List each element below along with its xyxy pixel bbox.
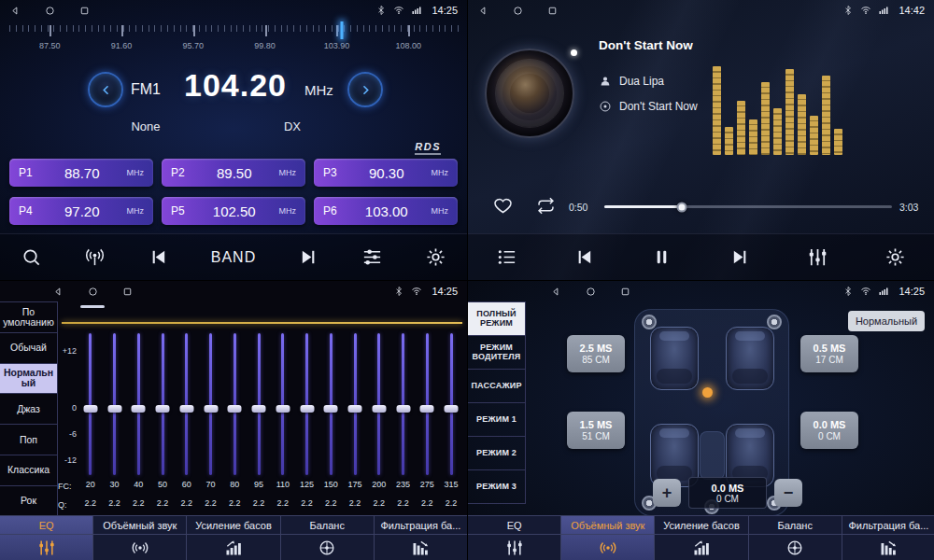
previous-track-icon[interactable] bbox=[573, 246, 595, 268]
slider-knob[interactable] bbox=[420, 405, 434, 413]
eq-band-slider[interactable] bbox=[271, 333, 295, 475]
eq-band-slider[interactable] bbox=[247, 333, 271, 475]
nav-home-icon[interactable] bbox=[585, 286, 597, 298]
eq-band-slider[interactable] bbox=[295, 333, 319, 475]
tune-up-button[interactable] bbox=[347, 72, 383, 107]
eq-band-slider[interactable] bbox=[150, 333, 175, 475]
eq-preset-item[interactable]: Обычай bbox=[0, 333, 58, 364]
next-track-icon[interactable] bbox=[729, 246, 751, 268]
pause-icon[interactable] bbox=[651, 246, 672, 268]
next-station-icon[interactable] bbox=[298, 246, 319, 268]
slider-knob[interactable] bbox=[372, 405, 386, 413]
delay-decrease-button[interactable]: − bbox=[774, 479, 802, 507]
audio-sliders-icon[interactable] bbox=[361, 246, 383, 268]
equalizer-sliders-icon[interactable] bbox=[807, 246, 828, 268]
delay-rear-right[interactable]: 0.0 MS 0 CM bbox=[800, 412, 858, 449]
eq-preset-item[interactable]: Рок bbox=[0, 486, 58, 517]
sound-profile-button[interactable]: Нормальный bbox=[848, 311, 925, 331]
eq-band-slider[interactable] bbox=[439, 333, 463, 475]
band-button[interactable]: BAND bbox=[211, 249, 256, 266]
slider-knob[interactable] bbox=[132, 405, 146, 413]
eq-band-slider[interactable] bbox=[175, 333, 199, 475]
listening-position-dot[interactable] bbox=[702, 387, 713, 398]
eq-band-slider[interactable] bbox=[78, 333, 103, 475]
slider-knob[interactable] bbox=[252, 405, 266, 413]
nav-recents-icon[interactable] bbox=[619, 286, 631, 298]
nav-back-icon[interactable] bbox=[9, 5, 21, 17]
surround-mode-item[interactable]: РЕЖИМ 2 bbox=[468, 437, 526, 470]
preset-button-5[interactable]: P5102.50MHz bbox=[162, 197, 305, 225]
album-art[interactable] bbox=[485, 49, 574, 138]
nav-back-icon[interactable] bbox=[52, 286, 64, 298]
eq-preset-item[interactable]: Нормальный bbox=[0, 364, 58, 395]
broadcast-scan-icon[interactable] bbox=[84, 246, 106, 268]
slider-knob[interactable] bbox=[324, 405, 338, 413]
delay-increase-button[interactable]: + bbox=[653, 479, 681, 507]
tab-surround-sound[interactable]: Объёмный звук bbox=[93, 516, 187, 560]
eq-preset-item[interactable]: По умолчанию bbox=[0, 302, 58, 333]
slider-knob[interactable] bbox=[83, 405, 97, 413]
slider-knob[interactable] bbox=[300, 405, 314, 413]
nav-recents-icon[interactable] bbox=[78, 5, 91, 17]
slider-knob[interactable] bbox=[396, 405, 410, 413]
eq-band-slider[interactable] bbox=[199, 333, 223, 475]
settings-gear-icon[interactable] bbox=[884, 246, 906, 268]
tune-down-button[interactable] bbox=[88, 72, 123, 107]
eq-band-slider[interactable] bbox=[127, 333, 151, 475]
eq-band-slider[interactable] bbox=[367, 333, 391, 475]
settings-gear-icon[interactable] bbox=[425, 246, 446, 268]
preset-button-6[interactable]: P6103.00MHz bbox=[314, 197, 458, 225]
slider-knob[interactable] bbox=[276, 405, 290, 413]
surround-mode-item[interactable]: РЕЖИМ 3 bbox=[468, 470, 526, 504]
slider-knob[interactable] bbox=[228, 405, 242, 413]
slider-knob[interactable] bbox=[107, 405, 121, 413]
slider-knob[interactable] bbox=[204, 405, 218, 413]
nav-back-icon[interactable] bbox=[477, 5, 489, 17]
eq-preset-item[interactable]: Джаз bbox=[0, 394, 58, 425]
tab-bass-boost[interactable]: Усиление басов bbox=[187, 516, 280, 560]
previous-station-icon[interactable] bbox=[148, 246, 169, 268]
surround-mode-item[interactable]: ПОЛНЫЙ РЕЖИМ bbox=[468, 302, 526, 336]
frequency-ruler[interactable]: 87.5091.6095.7099.80103.90108.00 bbox=[9, 25, 458, 61]
progress-slider[interactable] bbox=[604, 205, 892, 208]
eq-band-slider[interactable] bbox=[416, 333, 440, 475]
slider-knob[interactable] bbox=[348, 405, 362, 413]
nav-back-icon[interactable] bbox=[550, 286, 562, 298]
delay-front-left[interactable]: 2.5 MS 85 CM bbox=[567, 335, 625, 372]
nav-home-icon[interactable] bbox=[44, 5, 56, 17]
tab-balance[interactable]: Баланс bbox=[749, 516, 842, 560]
eq-band-slider[interactable] bbox=[343, 333, 367, 475]
favorite-heart-icon[interactable] bbox=[493, 196, 513, 216]
nav-home-icon[interactable] bbox=[512, 5, 524, 17]
playlist-icon[interactable] bbox=[496, 246, 517, 268]
surround-mode-item[interactable]: РЕЖИМ ВОДИТЕЛЯ bbox=[468, 336, 526, 370]
repeat-icon[interactable] bbox=[536, 196, 556, 216]
delay-rear-left[interactable]: 1.5 MS 51 CM bbox=[567, 412, 625, 449]
eq-band-slider[interactable] bbox=[223, 333, 248, 475]
tab-bass-filter[interactable]: Фильтрация ба... bbox=[842, 516, 934, 560]
eq-band-slider[interactable] bbox=[391, 333, 416, 475]
preset-button-1[interactable]: P188.70MHz bbox=[9, 159, 153, 187]
eq-preset-item[interactable]: Поп bbox=[0, 425, 58, 455]
search-icon[interactable] bbox=[21, 246, 42, 268]
preset-button-4[interactable]: P497.20MHz bbox=[9, 197, 153, 225]
tab-balance[interactable]: Баланс bbox=[281, 516, 375, 560]
progress-knob[interactable] bbox=[677, 202, 687, 212]
tab-surround-sound[interactable]: Объёмный звук bbox=[561, 516, 655, 560]
surround-mode-item[interactable]: РЕЖИМ 1 bbox=[468, 403, 526, 437]
tab-bass-boost[interactable]: Усиление басов bbox=[655, 516, 748, 560]
eq-band-slider[interactable] bbox=[103, 333, 127, 475]
nav-recents-icon[interactable] bbox=[121, 286, 134, 298]
slider-knob[interactable] bbox=[156, 405, 170, 413]
delay-front-right[interactable]: 0.5 MS 17 CM bbox=[800, 335, 858, 372]
slider-knob[interactable] bbox=[179, 405, 193, 413]
preset-button-3[interactable]: P390.30MHz bbox=[314, 159, 458, 187]
surround-mode-item[interactable]: ПАССАЖИР bbox=[468, 370, 526, 403]
tab-eq[interactable]: EQ bbox=[0, 516, 93, 560]
tab-bass-filter[interactable]: Фильтрация ба... bbox=[375, 516, 467, 560]
tab-eq[interactable]: EQ bbox=[468, 516, 561, 560]
preset-button-2[interactable]: P289.50MHz bbox=[162, 159, 305, 187]
eq-band-slider[interactable] bbox=[319, 333, 344, 475]
nav-recents-icon[interactable] bbox=[546, 5, 559, 17]
nav-home-icon[interactable] bbox=[87, 286, 99, 298]
